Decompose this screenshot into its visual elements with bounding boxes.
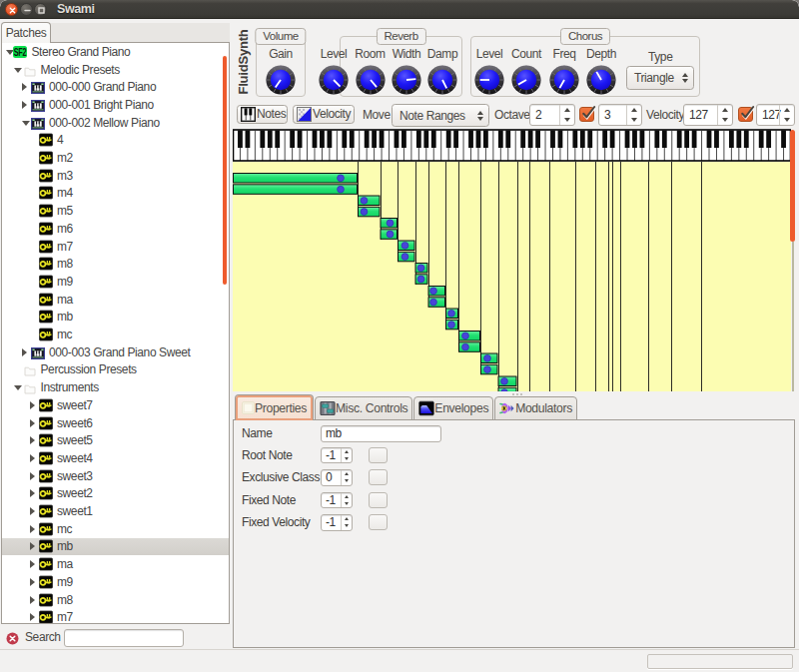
- knob-width[interactable]: [392, 65, 421, 95]
- close-button[interactable]: [5, 3, 18, 16]
- tree-row[interactable]: sweet2: [2, 485, 229, 503]
- tree-row[interactable]: m3: [2, 167, 229, 185]
- expander-open-icon[interactable]: [22, 121, 30, 126]
- tree-row[interactable]: 4: [2, 132, 229, 150]
- expander-closed-icon[interactable]: [30, 578, 35, 586]
- expander-closed-icon[interactable]: [30, 560, 35, 568]
- knob-level[interactable]: [319, 65, 349, 95]
- fixed-note-spin[interactable]: -1: [321, 492, 353, 509]
- tree-row[interactable]: sweet4: [2, 449, 229, 467]
- tree-row[interactable]: mc: [2, 520, 229, 538]
- octave-link-checkbox[interactable]: [579, 107, 594, 122]
- tree-row[interactable]: 000-000 Grand Piano: [2, 78, 229, 96]
- tree-row[interactable]: ma: [2, 555, 229, 573]
- knob-level[interactable]: [474, 65, 504, 95]
- octave-high-spin[interactable]: 3: [598, 104, 642, 126]
- search-clear-icon[interactable]: [6, 632, 19, 645]
- tree-row[interactable]: 000-003 Grand Piano Sweet: [2, 343, 229, 361]
- knob-gain[interactable]: [266, 65, 296, 95]
- spin-arrows-icon[interactable]: [626, 105, 641, 125]
- expander-closed-icon[interactable]: [30, 489, 35, 497]
- note-range-canvas[interactable]: [233, 162, 791, 391]
- tree-row[interactable]: sweet5: [2, 431, 229, 449]
- fixed-velocity-picker-button[interactable]: [369, 514, 388, 530]
- expander-closed-icon[interactable]: [30, 454, 35, 462]
- tree-row[interactable]: m7: [2, 608, 229, 624]
- tree-row[interactable]: m2: [2, 149, 229, 167]
- expander-open-icon[interactable]: [14, 385, 22, 390]
- fixed-velocity-spin[interactable]: -1: [321, 514, 353, 531]
- tab-patches[interactable]: Patches: [1, 22, 51, 43]
- tree-row[interactable]: m9: [2, 573, 229, 591]
- spin-arrows-icon[interactable]: [341, 448, 352, 463]
- tab-modulators[interactable]: Modulators: [494, 396, 577, 420]
- range-mode-combo[interactable]: Note Ranges: [392, 104, 489, 127]
- tree-row[interactable]: m9: [2, 273, 229, 291]
- velocity-high-spin[interactable]: 127: [756, 104, 795, 126]
- tree-row[interactable]: mc: [2, 326, 229, 343]
- spin-arrows-icon[interactable]: [779, 105, 794, 125]
- tree-row[interactable]: Melodic Presets: [2, 61, 229, 79]
- spin-arrows-icon[interactable]: [559, 105, 574, 125]
- expander-closed-icon[interactable]: [30, 542, 35, 550]
- piano-keyboard[interactable]: [233, 129, 791, 162]
- expander-closed-icon[interactable]: [22, 101, 27, 109]
- expander-closed-icon[interactable]: [30, 419, 35, 427]
- tree-scrollbar[interactable]: [223, 56, 228, 285]
- expander-closed-icon[interactable]: [30, 507, 35, 515]
- velocity-low-spin[interactable]: 127: [683, 104, 733, 126]
- titlebar[interactable]: Swami: [0, 0, 799, 19]
- canvas-scrollbar[interactable]: [790, 130, 795, 242]
- expander-closed-icon[interactable]: [30, 596, 35, 604]
- octave-low-spin[interactable]: 2: [529, 104, 575, 126]
- expander-closed-icon[interactable]: [30, 472, 35, 480]
- tree-row[interactable]: m4: [2, 185, 229, 203]
- maximize-button[interactable]: [34, 3, 47, 16]
- knob-count[interactable]: [511, 65, 541, 95]
- tree-row[interactable]: 000-002 Mellow Piano: [2, 114, 229, 132]
- spin-arrows-icon[interactable]: [717, 105, 732, 125]
- tree-row[interactable]: ma: [2, 291, 229, 309]
- tree-row[interactable]: m8: [2, 255, 229, 273]
- tree-row[interactable]: mb: [2, 538, 229, 556]
- root-note-picker-button[interactable]: [369, 447, 388, 463]
- knob-damp[interactable]: [427, 65, 457, 95]
- expander-closed-icon[interactable]: [22, 348, 27, 356]
- search-input[interactable]: [64, 629, 184, 647]
- expander-closed-icon[interactable]: [30, 613, 35, 621]
- expander-closed-icon[interactable]: [22, 83, 27, 91]
- velocity-view-button[interactable]: Velocity: [293, 105, 355, 125]
- tab-properties[interactable]: Properties: [235, 394, 314, 420]
- tree-row[interactable]: sweet1: [2, 502, 229, 520]
- expander-closed-icon[interactable]: [30, 436, 35, 444]
- knob-depth[interactable]: [586, 65, 616, 95]
- fixed-note-picker-button[interactable]: [369, 492, 388, 508]
- spin-arrows-icon[interactable]: [341, 515, 352, 530]
- tree-row[interactable]: SF2Stereo Grand Piano: [2, 43, 229, 61]
- tree-row[interactable]: Instruments: [2, 378, 229, 396]
- exclusive-class-picker-button[interactable]: [369, 469, 388, 485]
- tab-envelopes[interactable]: Envelopes: [413, 396, 493, 420]
- expander-open-icon[interactable]: [14, 68, 22, 73]
- tree-row[interactable]: sweet3: [2, 467, 229, 485]
- notes-view-button[interactable]: Notes: [237, 105, 288, 125]
- expander-closed-icon[interactable]: [30, 401, 35, 409]
- tab-misc-controls[interactable]: Misc. Controls: [315, 396, 412, 420]
- tree-row[interactable]: Percussion Presets: [2, 361, 229, 379]
- root-note-spin[interactable]: -1: [321, 447, 353, 464]
- name-field[interactable]: [321, 425, 441, 442]
- spin-arrows-icon[interactable]: [341, 470, 352, 485]
- knob-room[interactable]: [356, 65, 386, 95]
- velocity-link-checkbox[interactable]: [738, 107, 753, 122]
- tree-row[interactable]: sweet7: [2, 396, 229, 414]
- tree-row[interactable]: 000-001 Bright Piano: [2, 96, 229, 114]
- minimize-button[interactable]: [20, 3, 33, 16]
- tree-row[interactable]: m8: [2, 591, 229, 609]
- exclusive-class-spin[interactable]: 0: [321, 469, 353, 486]
- tree-row[interactable]: mb: [2, 309, 229, 327]
- tree-row[interactable]: m7: [2, 238, 229, 256]
- tree-row[interactable]: m5: [2, 202, 229, 220]
- tree-row[interactable]: m6: [2, 220, 229, 238]
- knob-freq[interactable]: [549, 65, 579, 95]
- tree-row[interactable]: sweet6: [2, 414, 229, 432]
